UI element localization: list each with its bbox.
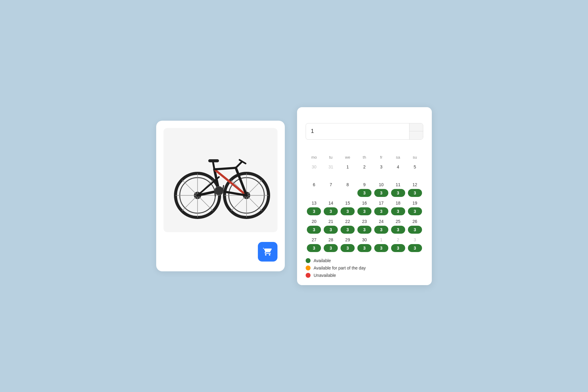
cal-date-number: 28 <box>328 237 333 243</box>
availability-badge[interactable]: 3 <box>357 207 371 215</box>
availability-badge[interactable]: 3 <box>324 207 338 215</box>
cal-date-number: 3 <box>414 237 416 243</box>
availability-badge[interactable]: 3 <box>408 226 422 234</box>
cal-date-number: 30 <box>312 164 317 170</box>
availability-badge[interactable]: 3 <box>374 189 388 197</box>
calendar-cell[interactable]: 233 <box>356 217 373 235</box>
day-headers-row: motuwethfrsasu <box>306 153 423 161</box>
calendar-week: 273283293303132333 <box>306 236 423 253</box>
calendar-cell[interactable]: 13 <box>373 236 390 253</box>
cal-date-number: 17 <box>379 200 384 206</box>
cal-date-number: 15 <box>345 200 350 206</box>
cal-date-number: 22 <box>345 218 350 224</box>
cal-date-number: 4 <box>397 164 399 170</box>
calendar-cell: 7 <box>322 180 339 198</box>
calendar-cell[interactable]: 303 <box>356 236 373 253</box>
calendar-nav <box>306 146 423 148</box>
availability-badge[interactable]: 3 <box>374 207 388 215</box>
calendar-cell: 1 <box>339 163 356 180</box>
calendar-cell[interactable]: 123 <box>406 180 423 198</box>
calendar-cell: 30 <box>306 163 322 180</box>
availability-badge[interactable]: 3 <box>357 189 371 197</box>
svg-point-25 <box>215 187 223 195</box>
availability-badge[interactable]: 3 <box>307 244 321 252</box>
calendar-cell[interactable]: 213 <box>322 217 339 235</box>
availability-badge[interactable]: 3 <box>324 226 338 234</box>
cal-date-number: 9 <box>363 182 366 188</box>
quantity-input[interactable] <box>306 125 409 138</box>
calendar-cell[interactable]: 273 <box>306 236 322 253</box>
availability-badge[interactable]: 3 <box>408 244 422 252</box>
calendar-cell[interactable]: 153 <box>339 199 356 217</box>
day-header: su <box>406 153 423 161</box>
calendar-cell[interactable]: 193 <box>406 199 423 217</box>
calendar-cell[interactable]: 173 <box>373 199 390 217</box>
cal-date-number: 20 <box>312 218 317 224</box>
availability-badge[interactable]: 3 <box>324 244 338 252</box>
calendar-cell[interactable]: 223 <box>339 217 356 235</box>
cal-date-number: 11 <box>396 182 401 188</box>
next-month-button[interactable] <box>418 146 423 148</box>
availability-badge[interactable]: 3 <box>357 226 371 234</box>
calendar-week: 303112345 <box>306 163 423 180</box>
cal-date-number: 21 <box>328 218 333 224</box>
calendar-cell[interactable]: 133 <box>306 199 322 217</box>
cal-date-number: 26 <box>413 218 417 224</box>
availability-badge[interactable]: 3 <box>374 244 388 252</box>
availability-badge[interactable]: 3 <box>408 189 422 197</box>
cal-date-number: 5 <box>414 164 416 170</box>
calendar-cell[interactable]: 93 <box>356 180 373 198</box>
calendar-cell: 6 <box>306 180 322 198</box>
day-header: fr <box>373 153 390 161</box>
cal-date-number: 19 <box>413 200 417 206</box>
cal-date-number: 31 <box>328 164 333 170</box>
calendar-cell[interactable]: 23 <box>390 236 406 253</box>
quantity-increase-button[interactable] <box>409 123 423 131</box>
cal-date-number: 27 <box>312 237 317 243</box>
calendar-cell[interactable]: 243 <box>373 217 390 235</box>
cal-date-number: 6 <box>313 182 315 188</box>
day-header: sa <box>390 153 406 161</box>
product-image <box>164 128 277 232</box>
calendar-cell[interactable]: 293 <box>339 236 356 253</box>
svg-line-17 <box>214 168 236 169</box>
product-card <box>156 121 285 271</box>
calendar-cell[interactable]: 263 <box>406 217 423 235</box>
availability-badge[interactable]: 3 <box>307 226 321 234</box>
availability-badge[interactable]: 3 <box>374 226 388 234</box>
availability-badge[interactable]: 3 <box>357 244 371 252</box>
calendar-cell[interactable]: 163 <box>356 199 373 217</box>
calendar-cell[interactable]: 33 <box>406 236 423 253</box>
calendar-cell[interactable]: 203 <box>306 217 322 235</box>
availability-badge[interactable]: 3 <box>408 207 422 215</box>
close-button[interactable] <box>420 116 423 117</box>
availability-badge[interactable]: 3 <box>341 226 355 234</box>
availability-badge[interactable]: 3 <box>307 207 321 215</box>
availability-badge[interactable]: 3 <box>391 189 405 197</box>
calendar-cell[interactable]: 103 <box>373 180 390 198</box>
add-to-cart-button[interactable] <box>258 242 277 262</box>
cal-date-number: 23 <box>362 218 367 224</box>
calendar-cell: 3 <box>373 163 390 180</box>
cal-date-number: 3 <box>380 164 383 170</box>
legend-dot-orange <box>306 266 311 270</box>
legend-dot-green <box>306 258 311 263</box>
calendar-cell[interactable]: 143 <box>322 199 339 217</box>
calendar-cell[interactable]: 183 <box>390 199 406 217</box>
cal-date-number: 24 <box>379 218 384 224</box>
prev-month-button[interactable] <box>306 146 311 148</box>
cal-date-number: 25 <box>396 218 401 224</box>
availability-badge[interactable]: 3 <box>391 226 405 234</box>
availability-badge[interactable]: 3 <box>391 244 405 252</box>
calendar-cell[interactable]: 113 <box>390 180 406 198</box>
availability-badge[interactable]: 3 <box>391 207 405 215</box>
legend-label: Available <box>314 258 331 263</box>
cal-date-number: 29 <box>345 237 350 243</box>
quantity-control <box>306 123 423 140</box>
day-header: we <box>339 153 356 161</box>
availability-badge[interactable]: 3 <box>341 207 355 215</box>
quantity-decrease-button[interactable] <box>409 131 423 139</box>
availability-badge[interactable]: 3 <box>341 244 355 252</box>
calendar-cell[interactable]: 253 <box>390 217 406 235</box>
calendar-cell[interactable]: 283 <box>322 236 339 253</box>
